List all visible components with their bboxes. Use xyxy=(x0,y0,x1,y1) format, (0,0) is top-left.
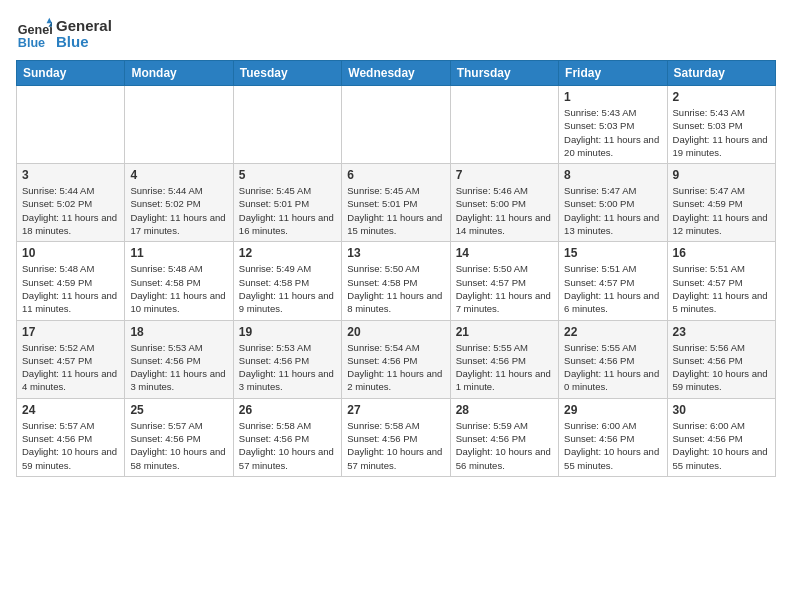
svg-marker-2 xyxy=(47,18,52,23)
calendar-cell: 30Sunrise: 6:00 AM Sunset: 4:56 PM Dayli… xyxy=(667,398,775,476)
page-header: General Blue General Blue xyxy=(16,16,776,52)
calendar-cell: 11Sunrise: 5:48 AM Sunset: 4:58 PM Dayli… xyxy=(125,242,233,320)
calendar-cell xyxy=(17,86,125,164)
day-number: 30 xyxy=(673,403,770,417)
day-number: 19 xyxy=(239,325,336,339)
calendar-cell xyxy=(233,86,341,164)
logo-text-general: General xyxy=(56,18,112,35)
day-info: Sunrise: 5:47 AM Sunset: 5:00 PM Dayligh… xyxy=(564,184,661,237)
calendar-cell xyxy=(342,86,450,164)
day-info: Sunrise: 5:57 AM Sunset: 4:56 PM Dayligh… xyxy=(130,419,227,472)
day-info: Sunrise: 5:58 AM Sunset: 4:56 PM Dayligh… xyxy=(239,419,336,472)
calendar-cell: 1Sunrise: 5:43 AM Sunset: 5:03 PM Daylig… xyxy=(559,86,667,164)
day-info: Sunrise: 5:53 AM Sunset: 4:56 PM Dayligh… xyxy=(239,341,336,394)
weekday-header-monday: Monday xyxy=(125,61,233,86)
calendar-week-1: 1Sunrise: 5:43 AM Sunset: 5:03 PM Daylig… xyxy=(17,86,776,164)
calendar-cell xyxy=(450,86,558,164)
day-number: 5 xyxy=(239,168,336,182)
day-info: Sunrise: 5:49 AM Sunset: 4:58 PM Dayligh… xyxy=(239,262,336,315)
calendar-cell: 5Sunrise: 5:45 AM Sunset: 5:01 PM Daylig… xyxy=(233,164,341,242)
day-info: Sunrise: 5:55 AM Sunset: 4:56 PM Dayligh… xyxy=(456,341,553,394)
day-info: Sunrise: 5:51 AM Sunset: 4:57 PM Dayligh… xyxy=(673,262,770,315)
day-info: Sunrise: 5:43 AM Sunset: 5:03 PM Dayligh… xyxy=(673,106,770,159)
day-info: Sunrise: 5:53 AM Sunset: 4:56 PM Dayligh… xyxy=(130,341,227,394)
day-info: Sunrise: 6:00 AM Sunset: 4:56 PM Dayligh… xyxy=(564,419,661,472)
day-number: 21 xyxy=(456,325,553,339)
calendar-cell: 13Sunrise: 5:50 AM Sunset: 4:58 PM Dayli… xyxy=(342,242,450,320)
calendar-week-2: 3Sunrise: 5:44 AM Sunset: 5:02 PM Daylig… xyxy=(17,164,776,242)
day-info: Sunrise: 6:00 AM Sunset: 4:56 PM Dayligh… xyxy=(673,419,770,472)
calendar-cell: 7Sunrise: 5:46 AM Sunset: 5:00 PM Daylig… xyxy=(450,164,558,242)
calendar-cell: 29Sunrise: 6:00 AM Sunset: 4:56 PM Dayli… xyxy=(559,398,667,476)
day-number: 10 xyxy=(22,246,119,260)
calendar-cell: 25Sunrise: 5:57 AM Sunset: 4:56 PM Dayli… xyxy=(125,398,233,476)
day-info: Sunrise: 5:46 AM Sunset: 5:00 PM Dayligh… xyxy=(456,184,553,237)
day-info: Sunrise: 5:44 AM Sunset: 5:02 PM Dayligh… xyxy=(130,184,227,237)
day-number: 27 xyxy=(347,403,444,417)
calendar-cell: 23Sunrise: 5:56 AM Sunset: 4:56 PM Dayli… xyxy=(667,320,775,398)
day-number: 4 xyxy=(130,168,227,182)
day-info: Sunrise: 5:44 AM Sunset: 5:02 PM Dayligh… xyxy=(22,184,119,237)
calendar-cell: 28Sunrise: 5:59 AM Sunset: 4:56 PM Dayli… xyxy=(450,398,558,476)
day-number: 22 xyxy=(564,325,661,339)
calendar-cell: 18Sunrise: 5:53 AM Sunset: 4:56 PM Dayli… xyxy=(125,320,233,398)
logo-icon: General Blue xyxy=(16,16,52,52)
day-number: 26 xyxy=(239,403,336,417)
calendar-cell: 4Sunrise: 5:44 AM Sunset: 5:02 PM Daylig… xyxy=(125,164,233,242)
day-info: Sunrise: 5:45 AM Sunset: 5:01 PM Dayligh… xyxy=(347,184,444,237)
day-info: Sunrise: 5:50 AM Sunset: 4:58 PM Dayligh… xyxy=(347,262,444,315)
day-info: Sunrise: 5:48 AM Sunset: 4:58 PM Dayligh… xyxy=(130,262,227,315)
weekday-header-friday: Friday xyxy=(559,61,667,86)
calendar-cell: 19Sunrise: 5:53 AM Sunset: 4:56 PM Dayli… xyxy=(233,320,341,398)
day-info: Sunrise: 5:43 AM Sunset: 5:03 PM Dayligh… xyxy=(564,106,661,159)
calendar-cell xyxy=(125,86,233,164)
day-number: 1 xyxy=(564,90,661,104)
day-number: 13 xyxy=(347,246,444,260)
day-number: 28 xyxy=(456,403,553,417)
calendar-table: SundayMondayTuesdayWednesdayThursdayFrid… xyxy=(16,60,776,477)
day-info: Sunrise: 5:50 AM Sunset: 4:57 PM Dayligh… xyxy=(456,262,553,315)
calendar-week-3: 10Sunrise: 5:48 AM Sunset: 4:59 PM Dayli… xyxy=(17,242,776,320)
day-number: 29 xyxy=(564,403,661,417)
day-info: Sunrise: 5:54 AM Sunset: 4:56 PM Dayligh… xyxy=(347,341,444,394)
day-number: 11 xyxy=(130,246,227,260)
day-number: 18 xyxy=(130,325,227,339)
calendar-cell: 24Sunrise: 5:57 AM Sunset: 4:56 PM Dayli… xyxy=(17,398,125,476)
weekday-header-tuesday: Tuesday xyxy=(233,61,341,86)
day-info: Sunrise: 5:47 AM Sunset: 4:59 PM Dayligh… xyxy=(673,184,770,237)
day-number: 16 xyxy=(673,246,770,260)
day-info: Sunrise: 5:51 AM Sunset: 4:57 PM Dayligh… xyxy=(564,262,661,315)
day-number: 25 xyxy=(130,403,227,417)
calendar-cell: 17Sunrise: 5:52 AM Sunset: 4:57 PM Dayli… xyxy=(17,320,125,398)
day-number: 8 xyxy=(564,168,661,182)
calendar-cell: 10Sunrise: 5:48 AM Sunset: 4:59 PM Dayli… xyxy=(17,242,125,320)
svg-text:Blue: Blue xyxy=(18,36,45,50)
calendar-cell: 6Sunrise: 5:45 AM Sunset: 5:01 PM Daylig… xyxy=(342,164,450,242)
day-number: 12 xyxy=(239,246,336,260)
calendar-cell: 8Sunrise: 5:47 AM Sunset: 5:00 PM Daylig… xyxy=(559,164,667,242)
calendar-cell: 12Sunrise: 5:49 AM Sunset: 4:58 PM Dayli… xyxy=(233,242,341,320)
day-number: 24 xyxy=(22,403,119,417)
calendar-cell: 3Sunrise: 5:44 AM Sunset: 5:02 PM Daylig… xyxy=(17,164,125,242)
day-info: Sunrise: 5:59 AM Sunset: 4:56 PM Dayligh… xyxy=(456,419,553,472)
day-number: 20 xyxy=(347,325,444,339)
weekday-header-wednesday: Wednesday xyxy=(342,61,450,86)
calendar-cell: 20Sunrise: 5:54 AM Sunset: 4:56 PM Dayli… xyxy=(342,320,450,398)
weekday-header-saturday: Saturday xyxy=(667,61,775,86)
calendar-cell: 26Sunrise: 5:58 AM Sunset: 4:56 PM Dayli… xyxy=(233,398,341,476)
day-number: 17 xyxy=(22,325,119,339)
day-info: Sunrise: 5:57 AM Sunset: 4:56 PM Dayligh… xyxy=(22,419,119,472)
weekday-header-thursday: Thursday xyxy=(450,61,558,86)
calendar-cell: 9Sunrise: 5:47 AM Sunset: 4:59 PM Daylig… xyxy=(667,164,775,242)
day-number: 7 xyxy=(456,168,553,182)
calendar-cell: 22Sunrise: 5:55 AM Sunset: 4:56 PM Dayli… xyxy=(559,320,667,398)
calendar-week-4: 17Sunrise: 5:52 AM Sunset: 4:57 PM Dayli… xyxy=(17,320,776,398)
calendar-cell: 2Sunrise: 5:43 AM Sunset: 5:03 PM Daylig… xyxy=(667,86,775,164)
day-number: 23 xyxy=(673,325,770,339)
weekday-header-sunday: Sunday xyxy=(17,61,125,86)
day-info: Sunrise: 5:45 AM Sunset: 5:01 PM Dayligh… xyxy=(239,184,336,237)
day-number: 14 xyxy=(456,246,553,260)
day-info: Sunrise: 5:52 AM Sunset: 4:57 PM Dayligh… xyxy=(22,341,119,394)
calendar-cell: 27Sunrise: 5:58 AM Sunset: 4:56 PM Dayli… xyxy=(342,398,450,476)
calendar-week-5: 24Sunrise: 5:57 AM Sunset: 4:56 PM Dayli… xyxy=(17,398,776,476)
